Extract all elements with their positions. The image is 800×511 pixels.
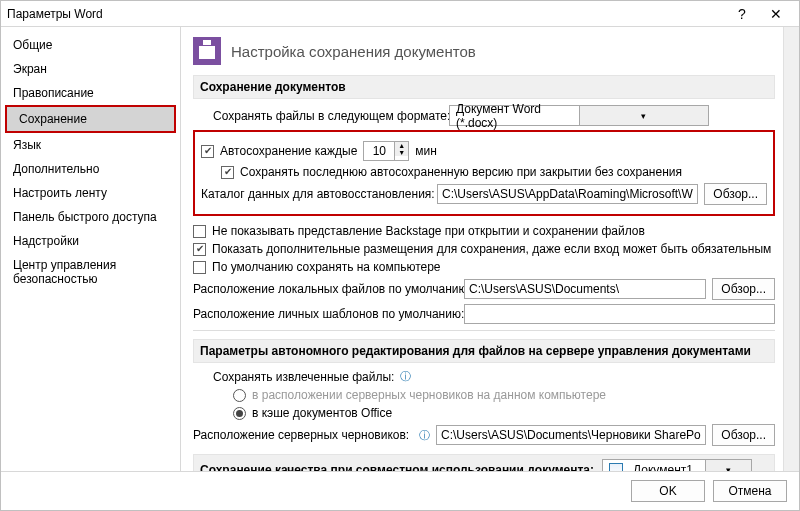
sidebar-item-general[interactable]: Общие <box>1 33 180 57</box>
autosave-label: Автосохранение каждые <box>220 144 357 158</box>
radio-office-cache[interactable] <box>233 407 246 420</box>
save-format-dropdown[interactable]: Документ Word (*.docx) ▾ <box>449 105 709 126</box>
content-pane: Настройка сохранения документов Сохранен… <box>181 27 783 471</box>
radio-server-drafts[interactable] <box>233 389 246 402</box>
sidebar-item-advanced[interactable]: Дополнительно <box>1 157 180 181</box>
close-icon[interactable]: ✕ <box>759 4 793 24</box>
autorecover-dir-input[interactable] <box>437 184 698 204</box>
autosave-interval-spinner[interactable]: 10 ▲▼ <box>363 141 409 161</box>
chevron-down-icon: ▾ <box>579 106 709 125</box>
autosave-checkbox[interactable] <box>201 145 214 158</box>
section-fidelity: Сохранение качества при совместном испол… <box>193 454 775 471</box>
sidebar-item-proofing[interactable]: Правописание <box>1 81 180 105</box>
radio-office-cache-label: в кэше документов Office <box>252 406 392 420</box>
help-icon[interactable]: ? <box>725 4 759 24</box>
save-extracted-label: Сохранять извлеченные файлы: <box>213 370 394 384</box>
sidebar-item-trust-center[interactable]: Центр управления безопасностью <box>1 253 180 291</box>
sidebar-item-customize-ribbon[interactable]: Настроить ленту <box>1 181 180 205</box>
extra-places-checkbox[interactable] <box>193 243 206 256</box>
no-backstage-checkbox[interactable] <box>193 225 206 238</box>
spinner-down-icon[interactable]: ▼ <box>395 149 408 156</box>
spinner-up-icon[interactable]: ▲ <box>395 142 408 149</box>
section-fidelity-title: Сохранение качества при совместном испол… <box>200 463 594 472</box>
sidebar-item-display[interactable]: Экран <box>1 57 180 81</box>
extra-places-label: Показать дополнительные размещения для с… <box>212 242 771 256</box>
drafts-location-label: Расположение серверных черновиков: <box>193 428 413 442</box>
local-files-input[interactable] <box>464 279 706 299</box>
autorecover-dir-label: Каталог данных для автовосстановления: <box>201 187 431 201</box>
window-title: Параметры Word <box>7 7 725 21</box>
highlighted-autosave-box: Автосохранение каждые 10 ▲▼ мин Сохранят… <box>193 130 775 216</box>
local-files-browse-button[interactable]: Обзор... <box>712 278 775 300</box>
autosave-unit: мин <box>415 144 437 158</box>
titlebar: Параметры Word ? ✕ <box>1 1 799 27</box>
autosave-interval-value: 10 <box>364 142 394 160</box>
radio-server-drafts-label: в расположении серверных черновиков на д… <box>252 388 606 402</box>
fidelity-doc-dropdown[interactable]: Документ1 ▾ <box>602 459 752 471</box>
no-backstage-label: Не показывать представление Backstage пр… <box>212 224 645 238</box>
personal-templates-input[interactable] <box>464 304 775 324</box>
personal-templates-label: Расположение личных шаблонов по умолчани… <box>193 307 458 321</box>
scrollbar[interactable] <box>783 27 799 471</box>
section-save-documents: Сохранение документов <box>193 75 775 99</box>
section-offline-editing: Параметры автономного редактирования для… <box>193 339 775 363</box>
save-format-label: Сохранять файлы в следующем формате: <box>213 109 443 123</box>
cancel-button[interactable]: Отмена <box>713 480 787 502</box>
keep-last-autosave-label: Сохранять последнюю автосохраненную верс… <box>240 165 682 179</box>
dialog-footer: OK Отмена <box>1 471 799 510</box>
keep-last-autosave-checkbox[interactable] <box>221 166 234 179</box>
chevron-down-icon: ▾ <box>705 460 751 471</box>
sidebar-item-save[interactable]: Сохранение <box>7 107 174 131</box>
default-pc-checkbox[interactable] <box>193 261 206 274</box>
autorecover-browse-button[interactable]: Обзор... <box>704 183 767 205</box>
info-icon[interactable]: ⓘ <box>419 428 430 443</box>
drafts-browse-button[interactable]: Обзор... <box>712 424 775 446</box>
fidelity-doc-name: Документ1 <box>627 463 699 472</box>
local-files-label: Расположение локальных файлов по умолчан… <box>193 282 458 296</box>
save-format-value: Документ Word (*.docx) <box>450 102 579 130</box>
drafts-location-input[interactable] <box>436 425 706 445</box>
sidebar: Общие Экран Правописание Сохранение Язык… <box>1 27 181 471</box>
page-title: Настройка сохранения документов <box>231 43 476 60</box>
document-icon <box>609 463 623 472</box>
default-pc-label: По умолчанию сохранять на компьютере <box>212 260 441 274</box>
ok-button[interactable]: OK <box>631 480 705 502</box>
sidebar-item-quick-access[interactable]: Панель быстрого доступа <box>1 205 180 229</box>
sidebar-item-language[interactable]: Язык <box>1 133 180 157</box>
sidebar-item-addins[interactable]: Надстройки <box>1 229 180 253</box>
save-icon <box>193 37 221 65</box>
info-icon[interactable]: ⓘ <box>400 369 411 384</box>
